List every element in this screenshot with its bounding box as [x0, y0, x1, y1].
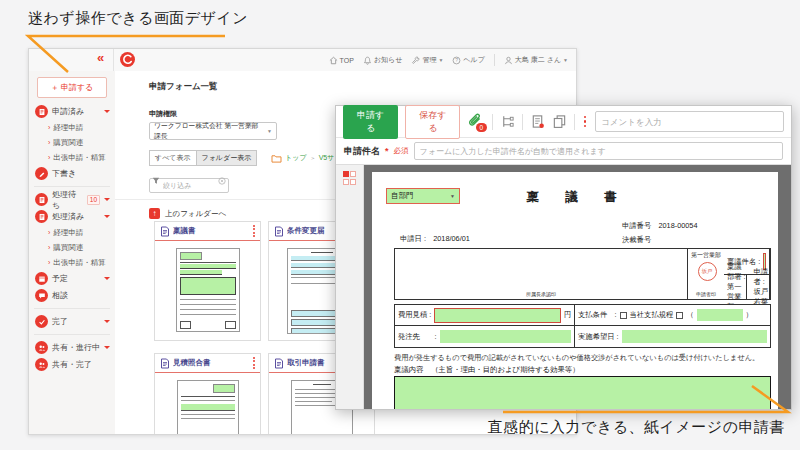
people-icon — [35, 358, 48, 371]
bullet-icon: › — [48, 154, 50, 161]
form-doc-icon — [274, 226, 284, 237]
checkbox-company-rule[interactable] — [620, 312, 627, 319]
card-header: 見積照合書 — [155, 354, 260, 373]
form-thumbnail — [155, 241, 260, 332]
sidebar-item-consult[interactable]: 相談 — [29, 287, 115, 304]
caption-top: 迷わず操作できる画面デザイン — [28, 9, 248, 28]
attachment-button[interactable]: 0 — [467, 113, 484, 131]
apply-button[interactable]: ＋ 申請する — [37, 77, 107, 98]
pencil-icon — [35, 167, 48, 180]
form-doc-icon — [160, 226, 170, 237]
sidebar-item-drafts[interactable]: 下書き — [29, 165, 115, 182]
page-title: 申請フォーム一覧 — [149, 81, 576, 93]
sidebar-item-done[interactable]: 完了 — [29, 313, 115, 330]
app-header: « TOP お知らせ 管理 ▼ ? ヘルプ — [29, 49, 576, 72]
nav-top[interactable]: TOP — [329, 56, 354, 65]
dept-applicant-cell: 稟議部署 : 第一営業部 申請者 : 坂戸 若菜 — [724, 275, 770, 299]
plus-icon: ＋ — [51, 82, 59, 93]
sidebar-item-submitted[interactable]: 申請済み — [29, 103, 115, 120]
subject-input[interactable] — [414, 142, 783, 160]
expand-arrow-icon — [104, 198, 110, 201]
cost-field[interactable] — [434, 308, 560, 323]
order-field[interactable] — [440, 330, 571, 343]
required-label: 必須 — [394, 146, 409, 156]
expand-arrow-icon — [104, 215, 110, 218]
nav-news[interactable]: お知らせ — [363, 55, 403, 65]
chevron-down-icon: ▼ — [563, 57, 568, 63]
nav-user-menu[interactable]: 大島 康二 さん ▼ — [504, 55, 568, 65]
sidebar-item-pending[interactable]: 処理待ち 10 — [29, 191, 115, 208]
document-icon — [35, 193, 48, 206]
print-preview-icon[interactable] — [530, 114, 545, 129]
nav-help[interactable]: ? ヘルプ — [452, 55, 485, 65]
submit-button[interactable]: 申請する — [343, 105, 398, 139]
form-doc-icon — [160, 358, 170, 369]
filter-input[interactable] — [149, 178, 229, 193]
card-menu-icon[interactable] — [253, 225, 255, 238]
sidebar-item-shared-done[interactable]: 共有・完了 — [29, 356, 115, 373]
bullet-icon: › — [48, 244, 50, 251]
help-icon: ? — [452, 56, 461, 65]
sidebar-subitem[interactable]: ›経理申請 — [29, 120, 115, 135]
permission-select[interactable]: ワークフロー株式会社 第一営業部 課長 ▼ — [149, 122, 277, 140]
applicant-seal-cell: 第一営業部 坂戸 申請者印 — [688, 249, 724, 299]
form-card-mitsumori[interactable]: 見積照合書 — [154, 353, 261, 434]
toolbar-separator — [492, 114, 493, 130]
breadcrumb-root[interactable]: トップ — [285, 153, 307, 163]
form-viewport[interactable]: 自部門 ▼ 稟 議 書 申請番号 2018-00054 申請日 : 2018/0… — [364, 165, 791, 409]
app-logo[interactable] — [120, 52, 135, 67]
card-title: 稟議書 — [173, 226, 196, 236]
svg-text:?: ? — [455, 58, 458, 63]
view-all-button[interactable]: すべて表示 — [149, 150, 197, 166]
bullet-icon: › — [48, 139, 50, 146]
marketing-screenshot: { "colors":{"accent_red":"#e8392e","gree… — [0, 0, 800, 450]
sidebar-subitem[interactable]: ›出張申請・精算 — [29, 150, 115, 165]
sidebar-item-shared-active[interactable]: 共有・進行中 — [29, 339, 115, 356]
chevron-down-icon: ▼ — [438, 57, 443, 63]
more-options-icon[interactable] — [582, 116, 589, 128]
payment-other-field[interactable] — [697, 309, 743, 321]
paper-table-main: 稟議件名 : 所属長承認印 第一営業部 坂戸 申請者印 稟議部署 : 第一営業部… — [394, 248, 771, 300]
card-menu-icon[interactable] — [253, 357, 255, 370]
chevron-down-icon: ▼ — [267, 128, 272, 134]
content-label: 稟議内容 （主旨・理由・目的および期待する効果等） — [394, 365, 580, 375]
paper-note: 費用が発生するもので費用の記載がされていないものや価格交渉がされていないものは受… — [394, 353, 759, 363]
sidebar-item-processed[interactable]: 処理済み — [29, 208, 115, 225]
checkbox-other[interactable] — [676, 312, 683, 319]
parts-palette-icon[interactable] — [343, 171, 357, 185]
expand-arrow-icon — [104, 346, 110, 349]
content-textarea[interactable] — [394, 376, 771, 409]
sidebar-item-schedule[interactable]: 予定 — [29, 270, 115, 287]
manager-seal-cell: 所属長承認印 — [395, 249, 688, 299]
sidebar-subitem[interactable]: ›出張申請・精算 — [29, 255, 115, 270]
sidebar-subitem[interactable]: ›購買関連 — [29, 135, 115, 150]
calendar-icon — [35, 272, 48, 285]
document-icon — [35, 210, 48, 223]
expand-arrow-icon — [104, 320, 110, 323]
form-card-ringisho[interactable]: 稟議書 — [154, 221, 261, 341]
route-icon[interactable] — [500, 114, 515, 129]
folder-icon — [271, 154, 282, 163]
view-folder-button[interactable]: フォルダー表示 — [197, 150, 258, 166]
header-nav: TOP お知らせ 管理 ▼ ? ヘルプ 大島 康二 さん ▼ — [329, 54, 576, 66]
sidebar-subitem[interactable]: ›経理申請 — [29, 225, 115, 240]
check-icon — [35, 315, 48, 328]
bell-icon — [363, 56, 372, 65]
approval-number-label: 決裁番号 — [622, 235, 651, 245]
bullet-icon: › — [48, 259, 50, 266]
clear-filter-icon[interactable] — [218, 177, 226, 185]
required-mark: * — [385, 146, 389, 156]
application-form-window: 申請する 保存する 0 申請件名 * 必須 — [335, 105, 792, 410]
sidebar-subitem[interactable]: ›購買関連 — [29, 240, 115, 255]
copy-icon[interactable] — [552, 114, 567, 129]
wrench-icon — [411, 56, 420, 65]
nav-admin[interactable]: 管理 ▼ — [411, 55, 443, 65]
save-button[interactable]: 保存する — [405, 105, 460, 139]
wish-date-field[interactable] — [622, 330, 767, 343]
application-date: 申請日 : 2018/06/01 — [400, 234, 470, 244]
hanko-stamp: 坂戸 — [698, 262, 717, 281]
caption-bottom: 直感的に入力できる、紙イメージの申請書 — [488, 418, 785, 437]
form-left-rail — [336, 165, 364, 409]
sidebar-collapse-icon[interactable]: « — [97, 50, 104, 65]
comment-input[interactable] — [595, 111, 784, 132]
